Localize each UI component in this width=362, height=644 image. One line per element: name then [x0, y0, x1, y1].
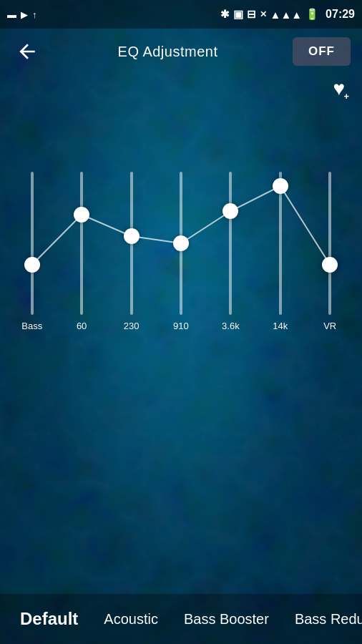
- back-button[interactable]: [11, 36, 43, 67]
- eq-label-VR: VR: [315, 321, 344, 331]
- favorite-button[interactable]: ♥ +: [333, 77, 345, 100]
- eq-thumb-Bass[interactable]: [24, 257, 40, 273]
- status-left-icons: ▬ ▶ ↑: [7, 9, 37, 20]
- eq-band-910: [180, 172, 182, 315]
- eq-thumb-60[interactable]: [74, 207, 89, 223]
- eq-thumb-230[interactable]: [124, 228, 140, 244]
- upload-icon: ↑: [32, 9, 37, 20]
- toolbar: EQ Adjustment OFF: [0, 29, 362, 74]
- preset-default[interactable]: Default: [7, 602, 91, 636]
- eq-track-230[interactable]: [130, 172, 133, 315]
- preset-bass-reducer[interactable]: Bass Redu...: [282, 604, 362, 635]
- preset-acoustic[interactable]: Acoustic: [91, 604, 171, 635]
- eq-track-3.6k[interactable]: [229, 172, 232, 315]
- back-arrow-icon: [16, 40, 39, 63]
- preset-bass-booster[interactable]: Bass Booster: [171, 604, 282, 635]
- favorite-add-icon: +: [343, 91, 349, 102]
- battery-icon: 🔋: [305, 8, 319, 21]
- eq-thumb-3.6k[interactable]: [222, 203, 238, 219]
- eq-band-3.6k: [229, 172, 232, 315]
- play-icon: ▶: [21, 9, 28, 20]
- eq-thumb-910[interactable]: [173, 235, 189, 251]
- eq-thumb-14k[interactable]: [273, 178, 288, 194]
- status-right-icons: ✱ ▣ ⊟ ✕ ▲▲▲ 🔋 07:29: [220, 8, 355, 21]
- eq-track-14k[interactable]: [279, 172, 282, 315]
- eq-labels: Bass602309103.6k14kVR: [0, 321, 362, 331]
- eq-toggle-button[interactable]: OFF: [293, 37, 351, 66]
- eq-track-60[interactable]: [80, 172, 83, 315]
- eq-band-VR: [328, 172, 331, 315]
- eq-sliders: [0, 157, 362, 315]
- presets-bar: Default Acoustic Bass Booster Bass Redu.…: [0, 594, 362, 644]
- eq-track-VR[interactable]: [328, 172, 331, 315]
- eq-label-14k: 14k: [266, 321, 295, 331]
- x-icon: ✕: [260, 9, 267, 19]
- eq-label-230: 230: [117, 321, 146, 331]
- sim-icon: ⊟: [247, 8, 256, 21]
- eq-area: Bass602309103.6k14kVR: [0, 157, 362, 358]
- eq-track-Bass[interactable]: [31, 172, 34, 315]
- eq-label-60: 60: [67, 321, 96, 331]
- eq-label-3.6k: 3.6k: [216, 321, 245, 331]
- eq-label-910: 910: [167, 321, 195, 331]
- eq-band-Bass: [31, 172, 34, 315]
- favorite-area: ♥ +: [0, 77, 362, 100]
- eq-label-Bass: Bass: [18, 321, 47, 331]
- eq-band-230: [130, 172, 133, 315]
- nfc-icon: ▣: [233, 8, 243, 21]
- signal-bars-icon: ▲▲▲: [270, 9, 303, 21]
- eq-track-910[interactable]: [180, 172, 182, 315]
- time-display: 07:29: [326, 8, 355, 21]
- eq-band-14k: [279, 172, 282, 315]
- page-title: EQ Adjustment: [118, 44, 218, 60]
- media-icon: ▬: [7, 9, 16, 20]
- eq-band-60: [80, 172, 83, 315]
- bluetooth-icon: ✱: [220, 8, 230, 21]
- status-bar: ▬ ▶ ↑ ✱ ▣ ⊟ ✕ ▲▲▲ 🔋 07:29: [0, 0, 362, 29]
- eq-thumb-VR[interactable]: [322, 257, 338, 273]
